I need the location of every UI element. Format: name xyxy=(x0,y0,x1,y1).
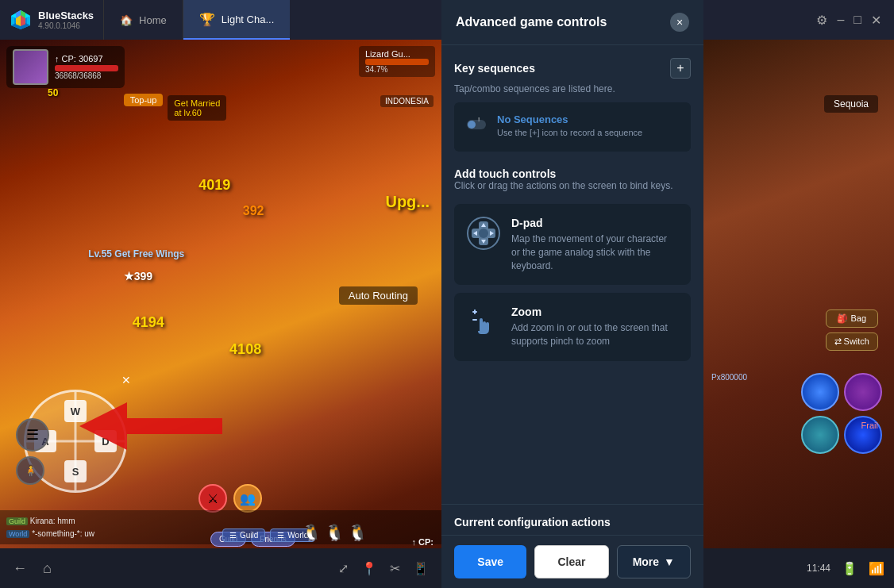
panel-title: Advanced game controls xyxy=(456,15,607,29)
minimize-icon[interactable]: – xyxy=(837,13,844,27)
right-action-btns: 🎒 Bag ⇄ Switch xyxy=(826,309,878,351)
skill-3[interactable] xyxy=(801,416,839,454)
mobile-icon[interactable]: 📱 xyxy=(413,561,429,576)
skill-2[interactable] xyxy=(844,373,882,411)
game-scene: ↑ CP: 30697 36868/36868 Lizard Gu... 34.… xyxy=(0,40,441,588)
config-title: Current configuration actions xyxy=(454,516,691,528)
frail-text: Frail xyxy=(861,421,878,430)
save-button[interactable]: Save xyxy=(454,545,526,578)
more-button[interactable]: More ▼ xyxy=(617,545,691,578)
panel-close-button[interactable]: × xyxy=(670,13,689,32)
emoji-1: 🐧 xyxy=(302,523,322,542)
zoom-card-icon xyxy=(467,306,500,339)
tab-game[interactable]: 🏆 Light Cha... xyxy=(183,0,291,40)
app-name: BlueStacks xyxy=(38,10,94,22)
chat-name-1: Kirana: xyxy=(30,517,56,525)
config-section: Current configuration actions xyxy=(441,504,703,535)
tab-home-label: Home xyxy=(139,14,167,26)
emoji-row: 🐧 🐧 🐧 xyxy=(302,523,368,542)
key-sequences-title: Key sequences xyxy=(454,62,535,75)
bluestacks-logo: BlueStacks 4.90.0.1046 xyxy=(0,9,103,31)
location-icon[interactable]: 📍 xyxy=(361,561,377,576)
damage-number-1: 4019 xyxy=(198,177,230,194)
dpad-down-key[interactable]: S xyxy=(64,460,87,482)
advanced-controls-panel: Advanced game controls × Key sequences +… xyxy=(441,0,703,588)
back-icon[interactable]: ← xyxy=(13,560,27,577)
svg-point-10 xyxy=(468,121,476,129)
touch-controls-desc: Click or drag the actions on the screen … xyxy=(454,180,691,191)
hp-bar xyxy=(55,65,118,71)
dpad-card-desc: Map the movement of your character or th… xyxy=(511,233,678,272)
dpad-card-content: D-pad Map the movement of your character… xyxy=(511,217,678,272)
hp-value: 36868/36868 xyxy=(55,71,118,80)
guild-btn-icon: ☰ xyxy=(229,531,237,540)
upgrade-text: Upg... xyxy=(385,193,430,211)
emoji-3: 🐧 xyxy=(348,523,368,542)
battery-icon: 🔋 xyxy=(842,561,857,576)
game-right-area: Sequoia 🎒 Bag ⇄ Switch Frail Px800000 xyxy=(703,40,894,588)
sequoia-label: Sequoia xyxy=(824,95,878,113)
fullscreen-icon[interactable]: ⤢ xyxy=(338,561,349,576)
skill-1[interactable] xyxy=(801,373,839,411)
dpad-card-title: D-pad xyxy=(511,217,678,229)
cp-value: CP: 30697 xyxy=(62,54,103,63)
zoom-card-desc: Add zoom in or out to the screen that su… xyxy=(511,321,678,348)
zoom-card-title: Zoom xyxy=(511,306,678,318)
damage-number-2: 392 xyxy=(243,204,264,218)
action-icon-orange[interactable]: 👥 xyxy=(233,484,262,513)
switch-btn[interactable]: ⇄ Switch xyxy=(826,332,878,351)
damage-number-3: 4194 xyxy=(133,314,164,331)
chat-line-1: Guild Kirana: hmm xyxy=(6,515,435,528)
game-content: ↑ CP: 30697 36868/36868 Lizard Gu... 34.… xyxy=(0,40,441,588)
tab-home[interactable]: 🏠 Home xyxy=(103,0,183,40)
no-sequences-content: No Sequences Use the [+] icon to record … xyxy=(497,113,642,137)
chat-msg-1: hmm xyxy=(57,517,75,525)
action-icon-red[interactable]: ⚔ xyxy=(198,484,227,513)
enemy-info: Lizard Gu... 34.7% xyxy=(359,46,435,77)
dpad-close-icon[interactable]: ✕ xyxy=(121,374,131,386)
home-icon: 🏠 xyxy=(120,14,133,26)
hud: ↑ CP: 30697 36868/36868 Lizard Gu... 34.… xyxy=(0,40,441,94)
more-label: More xyxy=(633,555,659,568)
game-tab-icon: 🏆 xyxy=(199,12,215,27)
touch-controls-section: Add touch controls Click or drag the act… xyxy=(454,167,691,191)
topup-btn[interactable]: Top-up xyxy=(124,94,164,106)
menu-icon-circle[interactable]: ☰ xyxy=(16,418,49,452)
sequence-icon: ! xyxy=(465,113,487,140)
char-icon-circle[interactable]: 🧍 xyxy=(16,456,44,485)
bluestacks-logo-icon xyxy=(10,9,32,31)
window-close-icon[interactable]: ✕ xyxy=(871,13,881,28)
no-sequences-box: ! No Sequences Use the [+] icon to recor… xyxy=(454,102,691,152)
maximize-icon[interactable]: □ xyxy=(854,13,861,27)
zoom-card[interactable]: Zoom Add zoom in or out to the screen th… xyxy=(454,293,691,361)
panel-header: Advanced game controls × xyxy=(441,0,703,45)
no-sequences-title: No Sequences xyxy=(497,113,642,125)
more-chevron-icon: ▼ xyxy=(664,555,675,568)
key-sequences-desc: Tap/combo sequences are listed here. xyxy=(454,83,691,94)
damage-number-4: 4108 xyxy=(229,341,261,358)
clear-button[interactable]: Clear xyxy=(534,545,608,578)
tab-game-label: Light Cha... xyxy=(222,13,275,25)
action-icons-row: ⚔ 👥 xyxy=(198,484,262,513)
chat-guild-badge: Guild xyxy=(6,517,28,525)
player-avatar xyxy=(13,49,48,85)
chat-msg-2: *-something-*: uw xyxy=(32,529,94,538)
right-game-content: Sequoia 🎒 Bag ⇄ Switch Frail Px800000 xyxy=(703,40,894,71)
bag-btn[interactable]: 🎒 Bag xyxy=(826,309,878,328)
home-icon[interactable]: ⌂ xyxy=(43,560,52,577)
app-name-block: BlueStacks 4.90.0.1046 xyxy=(38,10,94,31)
guild-chat-btn[interactable]: ☰ Guild xyxy=(222,528,265,542)
dpad-card-icon xyxy=(467,217,500,250)
emoji-2: 🐧 xyxy=(325,523,345,542)
app-version: 4.90.0.1046 xyxy=(38,21,94,30)
chat-world-badge: World xyxy=(6,530,29,538)
player-stats: ↑ CP: 30697 36868/36868 xyxy=(55,54,118,80)
svg-point-15 xyxy=(479,229,488,238)
settings-icon[interactable]: ⚙ xyxy=(816,13,827,28)
skill-icons-grid xyxy=(801,373,882,454)
add-sequence-button[interactable]: + xyxy=(670,58,691,79)
world-btn-icon: ☰ xyxy=(277,531,284,540)
scissors-icon[interactable]: ✂ xyxy=(390,561,400,576)
time-display: 11:44 xyxy=(807,563,830,574)
dpad-card[interactable]: D-pad Map the movement of your character… xyxy=(454,204,691,285)
